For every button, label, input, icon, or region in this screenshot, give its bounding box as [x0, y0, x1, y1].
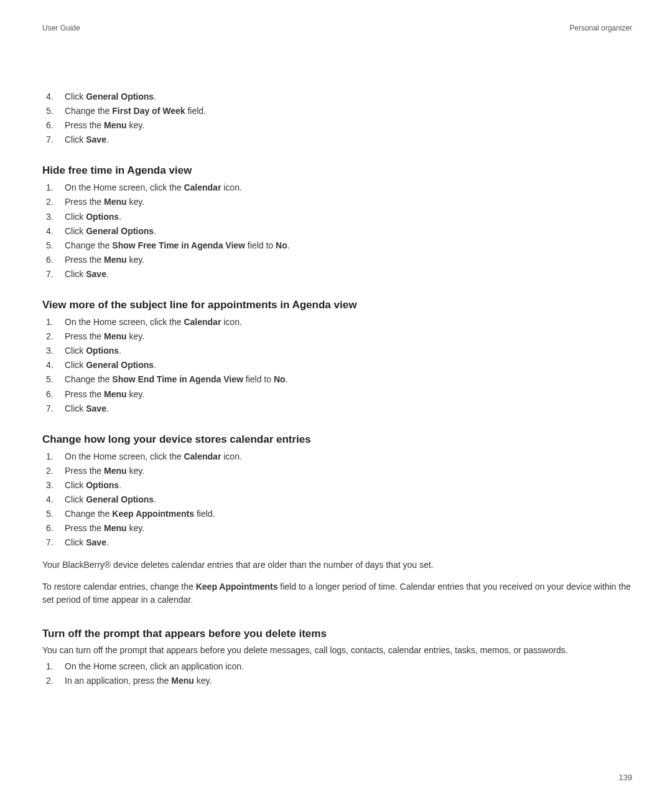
step-item: Click General Options.: [42, 90, 632, 104]
steps-list-turn-off-prompt: On the Home screen, click an application…: [42, 659, 632, 688]
step-item: Press the Menu key.: [42, 118, 632, 133]
step-item: In an application, press the Menu key.: [42, 674, 632, 688]
step-item: On the Home screen, click an application…: [42, 659, 632, 674]
step-item: Press the Menu key.: [42, 387, 632, 402]
step-item: On the Home screen, click the Calendar i…: [42, 315, 632, 329]
intro-turn-off-prompt: You can turn off the prompt that appears…: [42, 644, 632, 657]
step-item: Press the Menu key.: [42, 521, 632, 536]
heading-store-calendar: Change how long your device stores calen…: [42, 433, 632, 446]
step-item: Click Save.: [42, 536, 632, 550]
step-item: Press the Menu key.: [42, 329, 632, 344]
step-item: Click Save.: [42, 267, 632, 281]
step-item: Press the Menu key.: [42, 195, 632, 209]
step-item: Press the Menu key.: [42, 464, 632, 478]
paragraph-restore-entries: To restore calendar entries, change the …: [42, 580, 632, 606]
step-item: Click General Options.: [42, 358, 632, 372]
step-item: Press the Menu key.: [42, 253, 632, 267]
step-item: Click Options.: [42, 478, 632, 493]
step-item: Change the Show Free Time in Agenda View…: [42, 238, 632, 253]
header-left: User Guide: [42, 24, 80, 32]
document-page: User Guide Personal organizer Click Gene…: [0, 0, 672, 807]
page-number: 139: [618, 773, 632, 782]
heading-hide-free-time: Hide free time in Agenda view: [42, 164, 632, 177]
header-right: Personal organizer: [569, 24, 632, 32]
page-header: User Guide Personal organizer: [42, 24, 632, 32]
step-item: Click Options.: [42, 344, 632, 358]
step-item: Click General Options.: [42, 493, 632, 507]
heading-turn-off-prompt: Turn off the prompt that appears before …: [42, 628, 632, 640]
step-item: Click Save.: [42, 133, 632, 147]
steps-list-hide-free-time: On the Home screen, click the Calendar i…: [42, 181, 632, 281]
step-item: On the Home screen, click the Calendar i…: [42, 181, 632, 195]
heading-view-subject-line: View more of the subject line for appoin…: [42, 299, 632, 311]
step-item: Click General Options.: [42, 224, 632, 238]
step-item: Change the Show End Time in Agenda View …: [42, 372, 632, 387]
step-item: Click Save.: [42, 402, 632, 416]
steps-list-continued: Click General Options. Change the First …: [42, 90, 632, 147]
paragraph-delete-older: Your BlackBerry® device deletes calendar…: [42, 559, 632, 572]
step-item: Change the Keep Appointments field.: [42, 507, 632, 521]
steps-list-view-subject: On the Home screen, click the Calendar i…: [42, 315, 632, 416]
step-item: Change the First Day of Week field.: [42, 104, 632, 118]
steps-list-store-calendar: On the Home screen, click the Calendar i…: [42, 450, 632, 550]
step-item: Click Options.: [42, 210, 632, 224]
step-item: On the Home screen, click the Calendar i…: [42, 450, 632, 464]
